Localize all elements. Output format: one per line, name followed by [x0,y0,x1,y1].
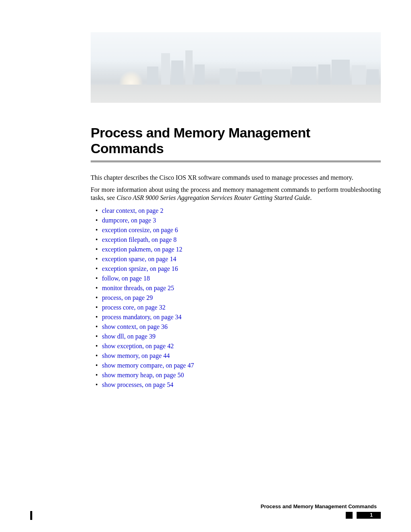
toc-link[interactable]: exception sprsize, on page 16 [102,265,178,272]
toc-item: dumpcore, on page 3 [102,216,381,225]
footer-square-icon [346,512,353,519]
intro-paragraph-2: For more information about using the pro… [91,186,381,202]
footer-page-bar [357,512,381,519]
footer-left-mark [30,511,32,520]
intro-period: . [310,194,312,201]
toc-item: follow, on page 18 [102,274,381,283]
toc-link[interactable]: show memory heap, on page 50 [102,372,184,378]
toc-link[interactable]: clear context, on page 2 [102,207,163,214]
toc-item: process mandatory, on page 34 [102,312,381,322]
intro-paragraph-1: This chapter describes the Cisco IOS XR … [91,174,381,182]
intro-reference-title: Cisco ASR 9000 Series Aggregation Servic… [116,194,310,201]
toc-item: show memory compare, on page 47 [102,361,381,370]
toc-item: exception sprsize, on page 16 [102,264,381,274]
toc-link[interactable]: process core, on page 32 [102,304,166,311]
toc-item: show processes, on page 54 [102,380,381,390]
toc-link[interactable]: show memory compare, on page 47 [102,362,194,369]
page-footer: Process and Memory Management Commands 1 [30,503,381,520]
toc-link[interactable]: show dll, on page 39 [102,333,156,340]
toc-item: exception coresize, on page 6 [102,225,381,235]
toc-item: show context, on page 36 [102,322,381,332]
toc-link[interactable]: dumpcore, on page 3 [102,217,156,224]
toc-item: show memory heap, on page 50 [102,370,381,380]
toc-link[interactable]: exception filepath, on page 8 [102,236,176,243]
toc-item: exception pakmem, on page 12 [102,245,381,254]
toc-item: clear context, on page 2 [102,206,381,216]
toc-link[interactable]: show context, on page 36 [102,323,168,330]
toc-link[interactable]: monitor threads, on page 25 [102,285,174,291]
toc-item: show memory, on page 44 [102,351,381,361]
toc-link[interactable]: process, on page 29 [102,294,153,301]
toc-link[interactable]: show processes, on page 54 [102,381,173,388]
toc-item: process core, on page 32 [102,303,381,312]
toc-link[interactable]: process mandatory, on page 34 [102,314,182,320]
footer-title: Process and Memory Management Commands [30,503,381,509]
title-rule [91,160,381,162]
toc-item: show dll, on page 39 [102,332,381,341]
chapter-title: Process and Memory Management Commands [91,125,381,156]
toc-link[interactable]: exception pakmem, on page 12 [102,246,183,253]
toc-item: exception sparse, on page 14 [102,254,381,264]
toc-link[interactable]: follow, on page 18 [102,275,150,282]
banner-image [91,32,381,103]
toc-link[interactable]: show memory, on page 44 [102,352,170,359]
toc-link[interactable]: exception sparse, on page 14 [102,256,176,262]
toc-link[interactable]: exception coresize, on page 6 [102,227,178,233]
footer-page-number: 1 [370,512,373,519]
toc-link[interactable]: show exception, on page 42 [102,343,174,349]
toc-item: exception filepath, on page 8 [102,235,381,245]
toc-item: monitor threads, on page 25 [102,283,381,293]
toc-list: clear context, on page 2 dumpcore, on pa… [91,206,381,390]
toc-item: show exception, on page 42 [102,341,381,351]
toc-item: process, on page 29 [102,293,381,303]
